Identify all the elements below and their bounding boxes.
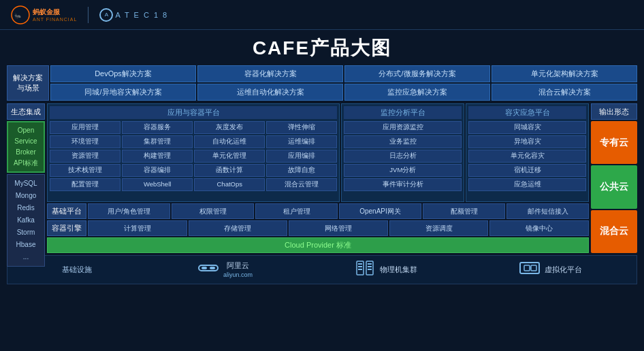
bp-permission: 权限管理 xyxy=(172,203,254,219)
cell-app-orch: 应用编排 xyxy=(266,150,337,163)
main-content: 解决方案 与场景 DevOps解决方案 容器化解决方案 分布式/微服务解决方案 … xyxy=(0,65,644,288)
arch-row: 生态集成 Open Service Broker API标准 MySQL Mon… xyxy=(7,103,637,253)
cell-fault-heal: 故障自愈 xyxy=(266,164,337,177)
ant-financial-logo: 🐜 蚂蚁金服 ANT FINANCIAL xyxy=(11,5,77,24)
cell-config-mgmt: 配置管理 xyxy=(50,178,120,191)
cell-env-mgmt: 环境管理 xyxy=(50,135,120,148)
aliyun-text: 阿里云 aliyun.com xyxy=(223,261,253,280)
base-platform-label: 基础平台 xyxy=(47,203,86,219)
app-platform-grid: 应用管理 容器服务 灰度发布 弹性伸缩 环境管理 集群管理 自动化运维 运维编排… xyxy=(50,121,337,191)
cell-func-calc: 函数计算 xyxy=(194,164,265,177)
svg-text:🐜: 🐜 xyxy=(14,12,21,19)
container-engine-cells: 计算管理 存储管理 网络管理 资源调度 镜像中心 xyxy=(88,220,589,236)
cell-cluster-mgmt: 集群管理 xyxy=(122,135,193,148)
cell-app-mgmt: 应用管理 xyxy=(50,121,120,134)
dis-local: 同城容灾 xyxy=(468,121,586,134)
svg-rect-4 xyxy=(210,267,215,269)
dis-unit: 单元化容灾 xyxy=(468,150,586,163)
ce-storage: 存储管理 xyxy=(189,220,288,236)
svg-rect-10 xyxy=(368,263,372,265)
monitoring-title: 监控分析平台 xyxy=(344,106,462,119)
physical-cluster-text: 物理机集群 xyxy=(380,265,417,275)
logo-area: 🐜 蚂蚁金服 ANT FINANCIAL A A T E C 1 8 xyxy=(11,5,168,24)
mon-app-res: 应用资源监控 xyxy=(344,121,462,134)
mon-audit: 事件审计分析 xyxy=(344,178,462,191)
left-col: 生态集成 Open Service Broker API标准 MySQL Mon… xyxy=(7,103,45,253)
center-area: 应用与容器平台 应用管理 容器服务 灰度发布 弹性伸缩 环境管理 集群管理 自动… xyxy=(47,103,589,253)
osb-line3: Broker xyxy=(16,147,35,158)
vm-icon xyxy=(519,260,541,280)
cell-container-orch: 容器编排 xyxy=(122,164,193,177)
bp-tenant: 租户管理 xyxy=(255,203,338,219)
svg-rect-3 xyxy=(202,267,207,269)
atec-logo: A A T E C 1 8 xyxy=(99,8,168,22)
dis-emergency: 应急运维 xyxy=(468,178,586,191)
cell-ops-orch: 运维编排 xyxy=(266,135,337,148)
monitoring-platform: 监控分析平台 应用资源监控 业务监控 日志分析 JVM分析 事件审计分析 xyxy=(341,103,464,202)
right-col: 输出形态 专有云 公共云 混合云 xyxy=(591,103,637,253)
cell-stack-mgmt: 技术栈管理 xyxy=(50,164,120,177)
sol-monitor: 监控应急解决方案 xyxy=(344,84,490,101)
cell-webshell: WebShell xyxy=(122,178,193,191)
sol-autoops: 运维自动化解决方案 xyxy=(197,84,343,101)
ce-scheduling: 资源调度 xyxy=(389,220,489,236)
svg-rect-8 xyxy=(358,269,362,270)
foundation-row: 基础设施 阿里云 aliyun.com xyxy=(7,255,637,284)
sol-disaster: 同城/异地容灾解决方案 xyxy=(50,84,196,101)
solutions-label: 解决方案 与场景 xyxy=(7,65,49,101)
solutions-grid: DevOps解决方案 容器化解决方案 分布式/微服务解决方案 单元化架构解决方案… xyxy=(50,65,637,101)
bp-user-role: 用户/角色管理 xyxy=(88,203,170,219)
osb-line2: Service xyxy=(14,136,37,147)
header: 🐜 蚂蚁金服 ANT FINANCIAL A A T E C 1 8 xyxy=(0,0,644,30)
svg-rect-7 xyxy=(358,266,362,267)
atec-text: A T E C 1 8 xyxy=(115,11,168,19)
cell-hybrid-mgmt: 混合云管理 xyxy=(266,178,337,191)
cell-res-mgmt: 资源管理 xyxy=(50,150,120,163)
atec-circle-icon: A xyxy=(99,8,113,22)
osb-line4: API标准 xyxy=(14,158,38,169)
osb-line1: Open xyxy=(18,125,34,136)
solutions-row: 解决方案 与场景 DevOps解决方案 容器化解决方案 分布式/微服务解决方案 … xyxy=(7,65,637,101)
bp-openapi: OpenAPI网关 xyxy=(339,203,421,219)
cell-unit-mgmt: 单元化管理 xyxy=(194,150,265,163)
sol-hybrid: 混合云解决方案 xyxy=(492,84,637,101)
server-cluster-icon xyxy=(354,260,376,280)
ce-image: 镜像中心 xyxy=(489,220,589,236)
cell-gray-deploy: 灰度发布 xyxy=(194,121,265,134)
svg-rect-6 xyxy=(358,263,362,265)
container-engine-row: 容器引擎 计算管理 存储管理 网络管理 资源调度 镜像中心 xyxy=(47,220,589,236)
svg-rect-14 xyxy=(524,265,530,271)
app-container-platform: 应用与容器平台 应用管理 容器服务 灰度发布 弹性伸缩 环境管理 集群管理 自动… xyxy=(47,103,340,202)
physical-cluster-item: 物理机集群 xyxy=(354,260,417,280)
sol-unitarch: 单元化架构解决方案 xyxy=(492,65,637,82)
open-service-broker: Open Service Broker API标准 xyxy=(7,121,45,173)
container-engine-label: 容器引擎 xyxy=(47,220,86,236)
hybrid-cloud-btn[interactable]: 混合云 xyxy=(591,210,637,253)
disaster-grid: 同城容灾 异地容灾 单元化容灾 宿机迁移 应急运维 xyxy=(468,121,586,191)
vm-platform-text: 虚拟化平台 xyxy=(545,265,582,275)
page-title: CAFE产品大图 xyxy=(0,30,644,65)
svg-rect-12 xyxy=(368,269,372,270)
foundation-label: 基础设施 xyxy=(62,265,96,275)
cloud-provider-bar: Cloud Provider 标准 xyxy=(47,237,589,253)
app-platform-title: 应用与容器平台 xyxy=(50,106,337,119)
public-cloud-btn[interactable]: 公共云 xyxy=(591,165,637,208)
svg-rect-11 xyxy=(368,266,372,267)
aliyun-icon xyxy=(197,260,219,280)
svg-rect-15 xyxy=(531,265,536,271)
vm-platform-item: 虚拟化平台 xyxy=(519,260,582,280)
cell-elastic: 弹性伸缩 xyxy=(266,121,337,134)
ce-compute: 计算管理 xyxy=(88,220,187,236)
dis-migrate: 宿机迁移 xyxy=(468,164,586,177)
aliyun-item: 阿里云 aliyun.com xyxy=(197,260,253,280)
dis-remote: 异地容灾 xyxy=(468,135,586,148)
private-cloud-btn[interactable]: 专有云 xyxy=(591,121,637,164)
eco-label: 生态集成 xyxy=(7,103,45,120)
platform-section: 应用与容器平台 应用管理 容器服务 灰度发布 弹性伸缩 环境管理 集群管理 自动… xyxy=(47,103,589,202)
disaster-title: 容灾应急平台 xyxy=(468,106,586,119)
sol-devops: DevOps解决方案 xyxy=(50,65,196,82)
mon-log: 日志分析 xyxy=(344,150,462,163)
mon-jvm: JVM分析 xyxy=(344,164,462,177)
logo-divider xyxy=(88,7,88,23)
sol-microservice: 分布式/微服务解决方案 xyxy=(344,65,490,82)
